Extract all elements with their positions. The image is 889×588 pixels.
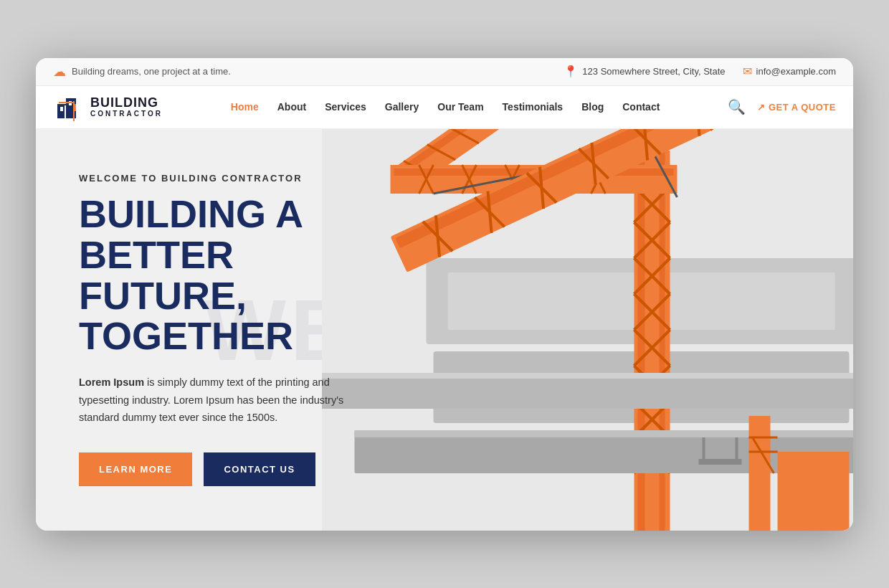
nav-link-gallery[interactable]: Gallery xyxy=(378,97,426,117)
get-quote-button[interactable]: GET A QUOTE xyxy=(757,102,836,113)
cloud-icon: ☁ xyxy=(53,64,66,80)
top-bar: ☁ Building dreams, one project at a time… xyxy=(36,58,853,86)
nav-link-home[interactable]: Home xyxy=(224,97,266,117)
svg-rect-70 xyxy=(749,416,771,531)
hero-content: WELCOME TO BUILDING CONTRACTOR BUILDING … xyxy=(36,144,485,515)
tagline-text: Building dreams, one project at a time. xyxy=(72,66,231,77)
nav-links: Home About Services Gallery Our Team Tes… xyxy=(224,100,667,113)
learn-more-button[interactable]: LEARN MORE xyxy=(79,452,192,486)
hero-section: WELCOME xyxy=(36,129,853,531)
svg-rect-3 xyxy=(60,107,63,111)
hero-title: BUILDING A BETTER FUTURE, TOGETHER xyxy=(79,194,442,356)
mail-icon: ✉ xyxy=(743,65,752,78)
main-nav: BUILDING CONTRACTOR Home About Services … xyxy=(36,86,853,129)
nav-right: 🔍 GET A QUOTE xyxy=(728,98,836,115)
nav-item-testimonials[interactable]: Testimonials xyxy=(495,100,571,113)
svg-rect-76 xyxy=(703,437,705,465)
nav-link-our-team[interactable]: Our Team xyxy=(430,97,490,117)
hero-title-line2: FUTURE, TOGETHER xyxy=(79,274,293,358)
hero-buttons: LEARN MORE CONTACT US xyxy=(79,452,442,486)
nav-item-about[interactable]: About xyxy=(270,100,313,113)
hero-description: Lorem Ipsum is simply dummy text of the … xyxy=(79,374,380,427)
contact-info-area: 📍 123 Somewhere Street, City, State ✉ in… xyxy=(564,65,836,78)
nav-link-testimonials[interactable]: Testimonials xyxy=(495,97,571,117)
logo-contractor: CONTRACTOR xyxy=(90,110,163,118)
nav-item-blog[interactable]: Blog xyxy=(574,100,611,113)
nav-link-blog[interactable]: Blog xyxy=(574,97,611,117)
logo-text: BUILDING CONTRACTOR xyxy=(90,96,163,118)
address-item: 📍 123 Somewhere Street, City, State xyxy=(564,65,725,78)
hero-subtitle: WELCOME TO BUILDING CONTRACTOR xyxy=(79,173,442,184)
logo: BUILDING CONTRACTOR xyxy=(53,91,163,123)
logo-building: BUILDING xyxy=(90,96,163,110)
svg-rect-77 xyxy=(736,437,738,465)
nav-link-services[interactable]: Services xyxy=(318,97,374,117)
nav-item-home[interactable]: Home xyxy=(224,100,266,113)
nav-item-contact[interactable]: Contact xyxy=(615,100,667,113)
location-icon: 📍 xyxy=(564,65,578,78)
nav-link-about[interactable]: About xyxy=(270,97,313,117)
browser-frame: ☁ Building dreams, one project at a time… xyxy=(36,58,853,531)
hero-title-line1: BUILDING A BETTER xyxy=(79,192,302,276)
svg-rect-6 xyxy=(73,101,75,121)
contact-us-button[interactable]: CONTACT US xyxy=(204,452,315,486)
hero-desc-bold: Lorem Ipsum xyxy=(79,376,144,388)
email-text: info@example.com xyxy=(756,66,836,77)
search-button[interactable]: 🔍 xyxy=(728,98,746,115)
svg-rect-71 xyxy=(778,452,850,531)
nav-link-contact[interactable]: Contact xyxy=(615,97,667,117)
nav-item-gallery[interactable]: Gallery xyxy=(378,100,426,113)
svg-rect-7 xyxy=(59,102,73,103)
tagline-area: ☁ Building dreams, one project at a time… xyxy=(53,64,231,80)
logo-icon xyxy=(53,91,85,123)
email-item: ✉ info@example.com xyxy=(743,65,836,78)
nav-item-services[interactable]: Services xyxy=(318,100,374,113)
nav-item-our-team[interactable]: Our Team xyxy=(430,100,490,113)
address-text: 123 Somewhere Street, City, State xyxy=(582,66,725,77)
